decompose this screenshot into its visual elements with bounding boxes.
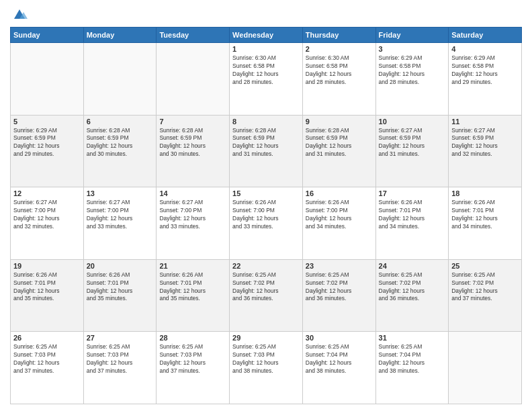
- day-info: Sunrise: 6:25 AM Sunset: 7:02 PM Dayligh…: [451, 271, 519, 304]
- weekday-saturday: Saturday: [449, 28, 522, 43]
- day-number: 6: [87, 118, 154, 126]
- weekday-thursday: Thursday: [302, 28, 375, 43]
- calendar-cell: 3Sunrise: 6:29 AM Sunset: 6:58 PM Daylig…: [375, 43, 449, 116]
- day-info: Sunrise: 6:25 AM Sunset: 7:03 PM Dayligh…: [232, 343, 300, 375]
- day-number: 10: [379, 118, 446, 126]
- weekday-friday: Friday: [375, 28, 449, 43]
- header: [10, 7, 522, 23]
- day-info: Sunrise: 6:25 AM Sunset: 7:04 PM Dayligh…: [379, 343, 446, 375]
- weekday-monday: Monday: [83, 28, 157, 43]
- day-info: Sunrise: 6:28 AM Sunset: 6:59 PM Dayligh…: [159, 127, 226, 159]
- calendar-cell: 18Sunrise: 6:26 AM Sunset: 7:01 PM Dayli…: [449, 187, 522, 260]
- calendar-cell: 11Sunrise: 6:27 AM Sunset: 6:59 PM Dayli…: [449, 115, 522, 187]
- day-number: 29: [232, 334, 300, 342]
- day-number: 2: [306, 45, 373, 53]
- calendar-cell: 13Sunrise: 6:27 AM Sunset: 7:00 PM Dayli…: [83, 187, 157, 260]
- day-number: 1: [232, 45, 300, 53]
- day-info: Sunrise: 6:25 AM Sunset: 7:02 PM Dayligh…: [306, 271, 373, 304]
- day-info: Sunrise: 6:29 AM Sunset: 6:58 PM Dayligh…: [451, 54, 519, 87]
- day-number: 30: [306, 334, 373, 342]
- day-number: 22: [232, 262, 300, 270]
- calendar-cell: 2Sunrise: 6:30 AM Sunset: 6:58 PM Daylig…: [302, 43, 375, 116]
- day-info: Sunrise: 6:28 AM Sunset: 6:59 PM Dayligh…: [232, 127, 300, 159]
- week-row-4: 19Sunrise: 6:26 AM Sunset: 7:01 PM Dayli…: [11, 259, 522, 332]
- day-number: 12: [13, 189, 81, 197]
- calendar-cell: [157, 43, 230, 116]
- calendar-cell: 21Sunrise: 6:26 AM Sunset: 7:01 PM Dayli…: [157, 259, 230, 332]
- day-info: Sunrise: 6:29 AM Sunset: 6:58 PM Dayligh…: [379, 54, 446, 87]
- day-info: Sunrise: 6:30 AM Sunset: 6:58 PM Dayligh…: [232, 54, 300, 87]
- day-info: Sunrise: 6:26 AM Sunset: 7:01 PM Dayligh…: [379, 199, 446, 231]
- calendar-cell: 30Sunrise: 6:25 AM Sunset: 7:04 PM Dayli…: [302, 332, 375, 404]
- day-info: Sunrise: 6:25 AM Sunset: 7:02 PM Dayligh…: [379, 271, 446, 304]
- page: SundayMondayTuesdayWednesdayThursdayFrid…: [0, 0, 532, 411]
- week-row-1: 1Sunrise: 6:30 AM Sunset: 6:58 PM Daylig…: [11, 43, 522, 116]
- calendar-cell: 27Sunrise: 6:25 AM Sunset: 7:03 PM Dayli…: [83, 332, 157, 404]
- calendar-cell: 1Sunrise: 6:30 AM Sunset: 6:58 PM Daylig…: [230, 43, 303, 116]
- calendar-cell: 14Sunrise: 6:27 AM Sunset: 7:00 PM Dayli…: [157, 187, 230, 260]
- day-number: 31: [379, 334, 446, 342]
- calendar-cell: 8Sunrise: 6:28 AM Sunset: 6:59 PM Daylig…: [230, 115, 303, 187]
- day-number: 14: [159, 189, 226, 197]
- day-number: 26: [13, 334, 81, 342]
- calendar-table: SundayMondayTuesdayWednesdayThursdayFrid…: [10, 27, 522, 404]
- day-number: 28: [159, 334, 226, 342]
- calendar-cell: [449, 332, 522, 404]
- calendar-cell: 26Sunrise: 6:25 AM Sunset: 7:03 PM Dayli…: [11, 332, 84, 404]
- calendar-cell: 4Sunrise: 6:29 AM Sunset: 6:58 PM Daylig…: [449, 43, 522, 116]
- day-info: Sunrise: 6:27 AM Sunset: 7:00 PM Dayligh…: [87, 199, 154, 231]
- calendar-cell: 5Sunrise: 6:29 AM Sunset: 6:59 PM Daylig…: [11, 115, 84, 187]
- day-number: 17: [379, 189, 446, 197]
- day-number: 21: [159, 262, 226, 270]
- calendar-cell: 15Sunrise: 6:26 AM Sunset: 7:00 PM Dayli…: [230, 187, 303, 260]
- day-info: Sunrise: 6:27 AM Sunset: 7:00 PM Dayligh…: [13, 199, 81, 231]
- calendar-cell: 24Sunrise: 6:25 AM Sunset: 7:02 PM Dayli…: [375, 259, 449, 332]
- day-number: 24: [379, 262, 446, 270]
- calendar-cell: [83, 43, 157, 116]
- weekday-sunday: Sunday: [11, 28, 84, 43]
- day-info: Sunrise: 6:28 AM Sunset: 6:59 PM Dayligh…: [306, 127, 373, 159]
- day-number: 20: [87, 262, 154, 270]
- day-number: 11: [451, 118, 519, 126]
- day-number: 23: [306, 262, 373, 270]
- calendar-cell: 29Sunrise: 6:25 AM Sunset: 7:03 PM Dayli…: [230, 332, 303, 404]
- day-number: 25: [451, 262, 519, 270]
- weekday-wednesday: Wednesday: [230, 28, 303, 43]
- day-info: Sunrise: 6:26 AM Sunset: 7:01 PM Dayligh…: [13, 271, 81, 304]
- day-info: Sunrise: 6:25 AM Sunset: 7:02 PM Dayligh…: [232, 271, 300, 304]
- logo: [10, 7, 28, 23]
- day-number: 13: [87, 189, 154, 197]
- day-number: 3: [379, 45, 446, 53]
- day-info: Sunrise: 6:28 AM Sunset: 6:59 PM Dayligh…: [87, 127, 154, 159]
- day-number: 8: [232, 118, 300, 126]
- week-row-2: 5Sunrise: 6:29 AM Sunset: 6:59 PM Daylig…: [11, 115, 522, 187]
- calendar-cell: 12Sunrise: 6:27 AM Sunset: 7:00 PM Dayli…: [11, 187, 84, 260]
- day-info: Sunrise: 6:27 AM Sunset: 6:59 PM Dayligh…: [451, 127, 519, 159]
- day-info: Sunrise: 6:30 AM Sunset: 6:58 PM Dayligh…: [306, 54, 373, 87]
- day-info: Sunrise: 6:26 AM Sunset: 7:01 PM Dayligh…: [87, 271, 154, 304]
- day-info: Sunrise: 6:25 AM Sunset: 7:03 PM Dayligh…: [13, 343, 81, 375]
- day-info: Sunrise: 6:27 AM Sunset: 6:59 PM Dayligh…: [379, 127, 446, 159]
- day-info: Sunrise: 6:25 AM Sunset: 7:04 PM Dayligh…: [306, 343, 373, 375]
- calendar-cell: 23Sunrise: 6:25 AM Sunset: 7:02 PM Dayli…: [302, 259, 375, 332]
- calendar-cell: 28Sunrise: 6:25 AM Sunset: 7:03 PM Dayli…: [157, 332, 230, 404]
- day-number: 19: [13, 262, 81, 270]
- calendar-cell: 20Sunrise: 6:26 AM Sunset: 7:01 PM Dayli…: [83, 259, 157, 332]
- calendar-cell: 7Sunrise: 6:28 AM Sunset: 6:59 PM Daylig…: [157, 115, 230, 187]
- day-info: Sunrise: 6:27 AM Sunset: 7:00 PM Dayligh…: [159, 199, 226, 231]
- calendar-cell: 9Sunrise: 6:28 AM Sunset: 6:59 PM Daylig…: [302, 115, 375, 187]
- day-info: Sunrise: 6:26 AM Sunset: 7:00 PM Dayligh…: [306, 199, 373, 231]
- calendar-cell: 6Sunrise: 6:28 AM Sunset: 6:59 PM Daylig…: [83, 115, 157, 187]
- calendar-cell: 17Sunrise: 6:26 AM Sunset: 7:01 PM Dayli…: [375, 187, 449, 260]
- day-number: 18: [451, 189, 519, 197]
- day-number: 5: [13, 118, 81, 126]
- calendar-cell: 19Sunrise: 6:26 AM Sunset: 7:01 PM Dayli…: [11, 259, 84, 332]
- weekday-tuesday: Tuesday: [157, 28, 230, 43]
- day-number: 15: [232, 189, 300, 197]
- day-number: 4: [451, 45, 519, 53]
- day-info: Sunrise: 6:26 AM Sunset: 7:01 PM Dayligh…: [159, 271, 226, 304]
- logo-icon: [11, 7, 28, 23]
- weekday-header-row: SundayMondayTuesdayWednesdayThursdayFrid…: [11, 28, 522, 43]
- day-info: Sunrise: 6:29 AM Sunset: 6:59 PM Dayligh…: [13, 127, 81, 159]
- calendar-cell: 22Sunrise: 6:25 AM Sunset: 7:02 PM Dayli…: [230, 259, 303, 332]
